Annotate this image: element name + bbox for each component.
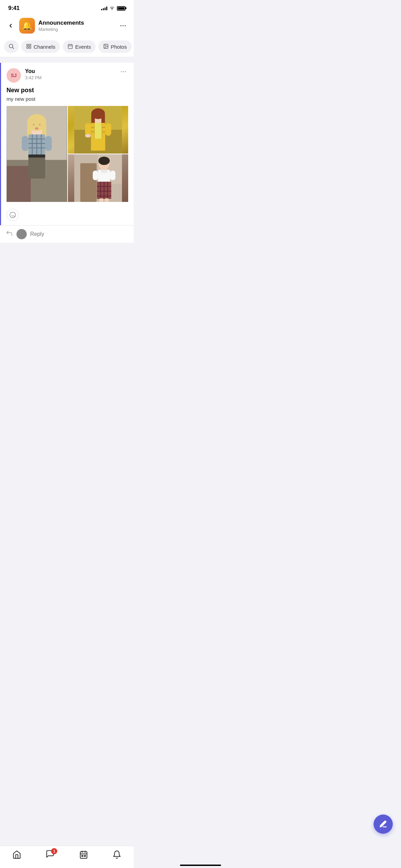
reply-input[interactable] xyxy=(30,231,128,237)
svg-rect-73 xyxy=(99,198,103,202)
post-image-1[interactable] xyxy=(7,106,67,202)
add-reaction-button[interactable] xyxy=(7,209,19,221)
search-button[interactable] xyxy=(4,40,19,53)
channel-info: Announcements Marketing xyxy=(38,20,114,32)
channels-label: Channels xyxy=(34,44,55,50)
svg-rect-63 xyxy=(101,170,107,173)
svg-point-75 xyxy=(10,212,16,218)
svg-point-2 xyxy=(125,25,126,26)
avatar: SJ xyxy=(7,68,21,83)
channel-subtitle: Marketing xyxy=(38,27,114,32)
svg-rect-6 xyxy=(29,44,31,46)
svg-rect-8 xyxy=(29,47,31,48)
svg-rect-74 xyxy=(105,198,109,202)
signal-icon xyxy=(101,6,107,10)
svg-point-1 xyxy=(122,25,124,26)
post-image-grid xyxy=(7,106,128,202)
status-icons xyxy=(101,5,125,11)
post-body: New post my new post xyxy=(0,87,134,206)
filter-bar: Channels Events Photos xyxy=(0,38,134,57)
svg-rect-7 xyxy=(27,47,28,48)
svg-point-36 xyxy=(33,124,35,125)
events-icon xyxy=(68,44,73,50)
svg-rect-51 xyxy=(94,123,101,140)
reply-icon xyxy=(5,230,13,239)
svg-rect-32 xyxy=(22,136,28,151)
photos-label: Photos xyxy=(111,44,127,50)
post-header: SJ You 3:42 PM xyxy=(0,63,134,87)
svg-point-14 xyxy=(105,45,106,46)
post-time: 3:42 PM xyxy=(25,75,114,80)
svg-point-0 xyxy=(120,25,122,26)
battery-icon xyxy=(117,6,125,11)
svg-point-61 xyxy=(98,157,110,165)
svg-point-16 xyxy=(123,71,124,72)
post-card: SJ You 3:42 PM New post my new post xyxy=(0,63,134,243)
reply-bar xyxy=(0,225,134,243)
post-meta: You 3:42 PM xyxy=(25,68,114,80)
svg-rect-35 xyxy=(28,155,45,158)
events-label: Events xyxy=(75,44,91,50)
post-reactions xyxy=(0,206,134,225)
svg-line-4 xyxy=(12,47,14,49)
svg-rect-52 xyxy=(85,123,91,135)
search-icon xyxy=(8,43,14,50)
channel-name: Announcements xyxy=(38,20,114,26)
svg-rect-55 xyxy=(91,139,105,151)
channels-filter-button[interactable]: Channels xyxy=(21,40,60,53)
post-more-button[interactable] xyxy=(119,68,128,77)
svg-point-15 xyxy=(121,71,122,72)
svg-point-37 xyxy=(39,124,40,125)
svg-point-38 xyxy=(35,127,39,130)
svg-point-3 xyxy=(9,44,13,48)
post-author: You xyxy=(25,68,114,74)
photos-icon xyxy=(103,44,109,50)
svg-point-54 xyxy=(85,134,91,137)
reply-user-avatar xyxy=(16,229,27,239)
back-button[interactable] xyxy=(5,21,16,31)
svg-rect-34 xyxy=(28,155,45,179)
status-time: 9:41 xyxy=(8,5,20,12)
channels-icon xyxy=(26,44,32,50)
svg-rect-9 xyxy=(68,44,72,48)
events-filter-button[interactable]: Events xyxy=(63,40,96,53)
svg-rect-53 xyxy=(105,123,111,135)
status-bar: 9:41 xyxy=(0,0,134,14)
channel-icon: 🔔 xyxy=(19,18,35,34)
svg-rect-33 xyxy=(45,136,52,151)
post-image-2[interactable] xyxy=(68,106,129,154)
content-area: SJ You 3:42 PM New post my new post xyxy=(0,57,134,282)
svg-rect-5 xyxy=(27,44,28,46)
svg-rect-20 xyxy=(7,166,31,202)
photos-filter-button[interactable]: Photos xyxy=(98,40,132,53)
svg-rect-65 xyxy=(110,171,116,180)
svg-rect-64 xyxy=(93,171,98,180)
more-options-button[interactable] xyxy=(118,21,128,31)
post-title: New post xyxy=(7,87,128,94)
post-image-3[interactable] xyxy=(68,154,129,202)
svg-point-17 xyxy=(125,71,126,72)
svg-rect-58 xyxy=(80,163,97,202)
post-text: my new post xyxy=(7,96,128,102)
header: 🔔 Announcements Marketing xyxy=(0,14,134,38)
wifi-icon xyxy=(109,5,115,11)
